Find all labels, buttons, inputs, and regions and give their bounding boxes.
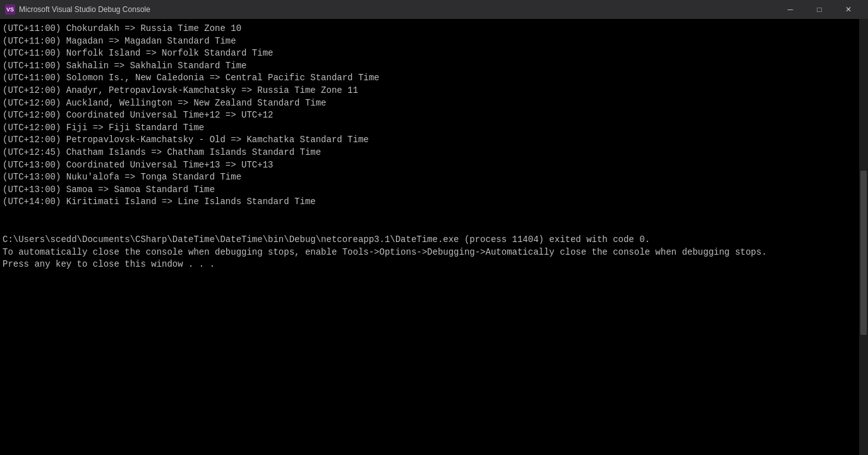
vs-icon: VS bbox=[5, 4, 15, 15]
console-line: (UTC+14:00) Kiritimati Island => Line Is… bbox=[3, 196, 857, 209]
console-line: (UTC+12:00) Coordinated Universal Time+1… bbox=[3, 109, 857, 122]
console-line: To automatically close the console when … bbox=[3, 246, 857, 259]
minimize-button[interactable]: ─ bbox=[776, 0, 805, 19]
console-line: (UTC+13:00) Coordinated Universal Time+1… bbox=[3, 159, 857, 172]
console-empty-line bbox=[3, 221, 857, 234]
vs-icon-text: VS bbox=[6, 6, 14, 13]
console-line: (UTC+11:00) Sakhalin => Sakhalin Standar… bbox=[3, 60, 857, 73]
console-line: (UTC+12:00) Fiji => Fiji Standard Time bbox=[3, 122, 857, 135]
scrollbar-track[interactable] bbox=[859, 19, 868, 455]
maximize-button[interactable]: □ bbox=[805, 0, 834, 19]
window-controls: ─ □ ✕ bbox=[776, 0, 863, 19]
window-title: Microsoft Visual Studio Debug Console bbox=[19, 5, 150, 14]
console-content: (UTC+11:00) Chokurdakh => Russia Time Zo… bbox=[0, 19, 859, 455]
close-button[interactable]: ✕ bbox=[834, 0, 863, 19]
console-line: (UTC+12:00) Petropavlovsk-Kamchatsky - O… bbox=[3, 134, 857, 147]
title-bar: VS Microsoft Visual Studio Debug Console… bbox=[0, 0, 868, 19]
console-line: (UTC+11:00) Chokurdakh => Russia Time Zo… bbox=[3, 23, 857, 35]
console-empty-line bbox=[3, 209, 857, 221]
console-line: (UTC+12:00) Anadyr, Petropavlovsk-Kamcha… bbox=[3, 85, 857, 97]
console-line: (UTC+12:45) Chatham Islands => Chatham I… bbox=[3, 147, 857, 159]
console-line: Press any key to close this window . . . bbox=[3, 258, 857, 271]
console-line: C:\Users\scedd\Documents\CSharp\DateTime… bbox=[3, 234, 857, 246]
title-bar-left: VS Microsoft Visual Studio Debug Console bbox=[5, 4, 150, 15]
scrollbar-thumb[interactable] bbox=[860, 171, 867, 335]
console-line: (UTC+13:00) Samoa => Samoa Standard Time bbox=[3, 184, 857, 197]
console-container: (UTC+11:00) Chokurdakh => Russia Time Zo… bbox=[0, 19, 868, 455]
console-line: (UTC+11:00) Solomon Is., New Caledonia =… bbox=[3, 72, 857, 85]
console-line: (UTC+11:00) Magadan => Magadan Standard … bbox=[3, 35, 857, 48]
console-line: (UTC+13:00) Nuku'alofa => Tonga Standard… bbox=[3, 171, 857, 184]
console-line: (UTC+11:00) Norfolk Island => Norfolk St… bbox=[3, 47, 857, 60]
console-line: (UTC+12:00) Auckland, Wellington => New … bbox=[3, 97, 857, 110]
